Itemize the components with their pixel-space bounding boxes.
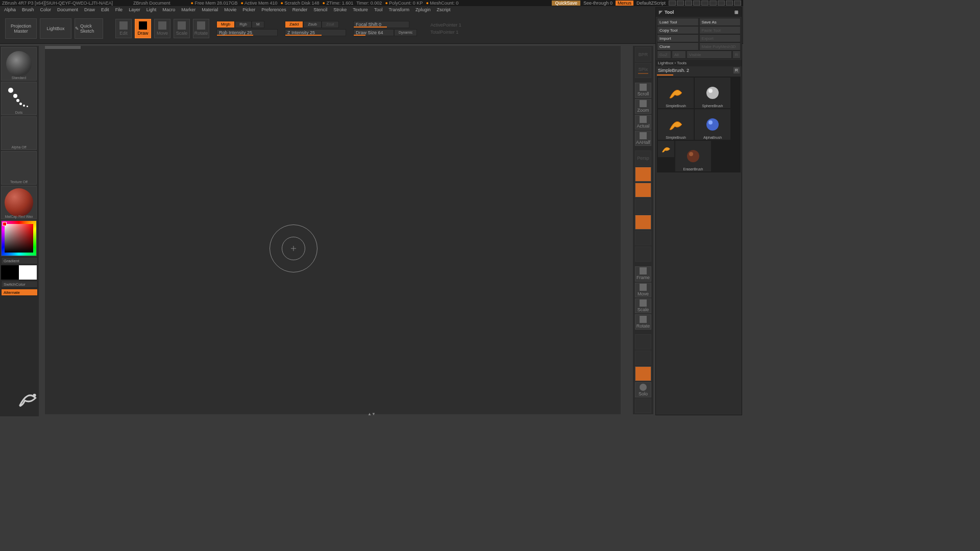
- projection-master-button[interactable]: Projection Master: [5, 18, 37, 39]
- menu-transform[interactable]: Transform: [388, 7, 409, 12]
- goz-all-button[interactable]: All: [672, 51, 686, 59]
- goz-button[interactable]: GoZ: [657, 51, 671, 59]
- zadd-button[interactable]: Zadd: [285, 21, 303, 28]
- menu-brush[interactable]: Brush: [22, 7, 34, 12]
- tool-breadcrumb[interactable]: Lightbox › Tools: [656, 60, 742, 66]
- draw-mode-button[interactable]: Draw: [135, 19, 151, 38]
- tool-thumb-SimpleBrush[interactable]: SimpleBrush: [658, 78, 694, 108]
- frame-button[interactable]: Frame: [635, 266, 651, 281]
- color-picker[interactable]: [1, 220, 37, 256]
- mrgb-button[interactable]: Mrgb: [216, 21, 235, 28]
- zsub-button[interactable]: Zsub: [303, 21, 322, 28]
- button-dim-1[interactable]: [635, 246, 651, 261]
- tool-thumb-EraserBrush[interactable]: EraserBrush: [675, 141, 711, 171]
- tool-thumb-empty[interactable]: [658, 141, 674, 157]
- menu-picker[interactable]: Picker: [242, 7, 255, 12]
- menu-movie[interactable]: Movie: [224, 7, 236, 12]
- menu-layer[interactable]: Layer: [129, 7, 140, 12]
- window-maximize[interactable]: [726, 1, 733, 6]
- menu-file[interactable]: File: [115, 7, 123, 12]
- aahalf-button[interactable]: AAHalf: [635, 131, 651, 145]
- export-button[interactable]: Export: [699, 34, 741, 42]
- window-minimize[interactable]: [718, 1, 725, 6]
- canvas-scrollbar-top[interactable]: [45, 46, 81, 49]
- persp-button[interactable]: Persp: [635, 151, 651, 165]
- load-tool-button[interactable]: Load Tool: [657, 18, 699, 26]
- actual-button[interactable]: Actual: [635, 115, 651, 130]
- paste-tool-button[interactable]: Paste Tool: [699, 26, 741, 34]
- solo-button[interactable]: Solo: [635, 382, 651, 397]
- window-close[interactable]: [734, 1, 741, 6]
- bottom-expand-icon[interactable]: ▲▼: [368, 412, 376, 416]
- menu-render[interactable]: Render: [292, 7, 308, 12]
- menu-stencil[interactable]: Stencil: [313, 7, 327, 12]
- scale-mode-button[interactable]: Scale: [174, 19, 190, 38]
- edit-mode-button[interactable]: Edit: [115, 19, 132, 38]
- quick-sketch-button[interactable]: ✎ Quick Sketch: [75, 18, 103, 39]
- canvas[interactable]: [45, 46, 621, 414]
- default-zscript[interactable]: DefaultZScript: [634, 1, 668, 6]
- menu-macro[interactable]: Macro: [162, 7, 175, 12]
- scroll-button[interactable]: Scroll: [635, 83, 651, 97]
- menu-material[interactable]: Material: [202, 7, 218, 12]
- local-button[interactable]: [635, 183, 651, 197]
- window-button-1[interactable]: [669, 1, 676, 6]
- brush-thumbnail[interactable]: Standard: [1, 47, 37, 81]
- menu-alpha[interactable]: Alpha: [4, 7, 16, 12]
- menu-draw[interactable]: Draw: [84, 7, 95, 12]
- window-button-4[interactable]: [693, 1, 700, 6]
- menu-edit[interactable]: Edit: [101, 7, 109, 12]
- material-thumbnail[interactable]: MatCap Red Wax: [1, 186, 37, 219]
- menu-color[interactable]: Color: [40, 7, 52, 12]
- menu-preferences[interactable]: Preferences: [261, 7, 286, 12]
- lsym-button[interactable]: [635, 198, 651, 213]
- alpha-thumbnail[interactable]: Alpha Off: [1, 116, 37, 150]
- cam-scale-button[interactable]: Scale: [635, 298, 651, 313]
- rgb-intensity-slider[interactable]: Rgb Intensity 25: [216, 29, 278, 36]
- tool-collapse-icon[interactable]: ◤: [659, 10, 663, 15]
- import-button[interactable]: Import: [657, 34, 699, 42]
- menu-tool[interactable]: Tool: [374, 7, 383, 12]
- xpose2-button[interactable]: [635, 398, 651, 413]
- window-button-6[interactable]: [709, 1, 717, 6]
- tool-thumb-SimpleBrush[interactable]: SimpleBrush: [658, 109, 694, 140]
- menu-document[interactable]: Document: [57, 7, 78, 12]
- z-intensity-slider[interactable]: Z Intensity 25: [285, 29, 346, 36]
- lightbox-button[interactable]: LightBox: [40, 18, 71, 39]
- rgb-button[interactable]: Rgb: [235, 21, 252, 28]
- draw-size-slider[interactable]: Draw Size 64: [353, 29, 394, 36]
- floor-button[interactable]: [635, 167, 651, 182]
- quicksave-button[interactable]: QuickSave: [552, 1, 580, 6]
- make-polymesh-button[interactable]: Make PolyMesh3D: [699, 42, 741, 51]
- menus-button[interactable]: Menus: [616, 1, 633, 6]
- goz-r-button[interactable]: R: [732, 51, 741, 59]
- m-button[interactable]: M: [252, 21, 264, 28]
- zcut-button[interactable]: Zcut: [322, 21, 339, 28]
- tool-thumb-SphereBrush[interactable]: SphereBrush: [695, 78, 730, 108]
- tool-thumb-AlphaBrush[interactable]: AlphaBrush: [695, 109, 730, 140]
- menu-stroke[interactable]: Stroke: [333, 7, 347, 12]
- polyf-button[interactable]: [635, 334, 651, 349]
- cam-rotate-button[interactable]: Rotate: [635, 314, 651, 329]
- color-swatch-white[interactable]: [19, 265, 37, 280]
- goz-visible-button[interactable]: Visible: [687, 51, 732, 59]
- window-button-3[interactable]: [685, 1, 692, 6]
- move-mode-button[interactable]: Move: [154, 19, 170, 38]
- spix-button[interactable]: SPix: [635, 63, 651, 78]
- button-orange-3[interactable]: [635, 215, 651, 230]
- save-as-button[interactable]: Save As: [699, 18, 741, 26]
- window-button-5[interactable]: [701, 1, 708, 6]
- stroke-thumbnail[interactable]: Dots: [1, 82, 37, 115]
- dynrender-button[interactable]: [635, 366, 651, 381]
- cam-move-button[interactable]: Move: [635, 283, 651, 297]
- bpr-button[interactable]: BPR: [635, 47, 651, 62]
- color-swatch-black[interactable]: [1, 265, 19, 280]
- tranf-button[interactable]: [635, 350, 651, 365]
- texture-thumbnail[interactable]: Texture Off: [1, 151, 37, 185]
- zoom-button[interactable]: Zoom: [635, 99, 651, 114]
- clone-button[interactable]: Clone: [657, 42, 699, 51]
- menu-zscript[interactable]: Zscript: [437, 7, 451, 12]
- menu-zplugin[interactable]: Zplugin: [415, 7, 431, 12]
- alternate-button[interactable]: Alternate: [1, 289, 38, 296]
- tool-r-button[interactable]: R: [733, 67, 740, 73]
